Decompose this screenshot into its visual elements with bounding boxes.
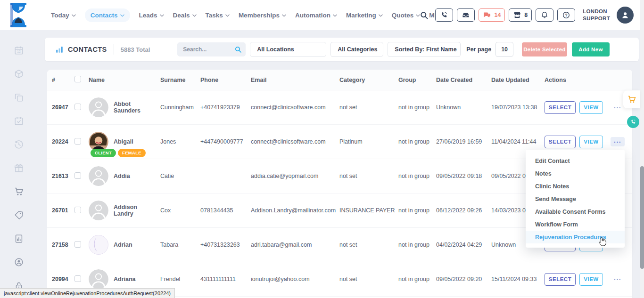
sidebar-item-calendar-check[interactable] [14, 116, 24, 126]
svg-text:12: 12 [17, 50, 21, 53]
sidebar-item-report[interactable] [14, 234, 24, 244]
menu-item-available-consent-forms[interactable]: Available Consent Forms [526, 205, 625, 218]
nav-item-leads[interactable]: Leads [139, 12, 164, 19]
sidebar-item-user-badge[interactable] [14, 257, 24, 267]
search-icon[interactable] [420, 11, 429, 20]
chevron-down-icon [160, 14, 164, 17]
phone-cell: +40741923379 [200, 104, 251, 111]
more-actions-button[interactable]: ... [611, 274, 625, 284]
email-cell: connect@clinicsoftware.com [251, 104, 339, 111]
nav-item-marketing[interactable]: Marketing [346, 12, 383, 19]
menu-item-send-message[interactable]: Send Message [526, 193, 625, 205]
sidebar-item-tag[interactable] [14, 210, 24, 220]
date-updated-cell: 15/11/2024 09:33 [491, 276, 545, 282]
more-actions-button[interactable]: ... [611, 103, 625, 112]
group-cell: not in group [398, 138, 436, 145]
cart-float-button[interactable] [623, 90, 640, 108]
date-created-cell: 09/05/2022 09:20 [436, 276, 491, 282]
select-button[interactable]: SELECT [545, 101, 576, 114]
select-all-checkbox[interactable] [74, 76, 81, 82]
search-submit-icon[interactable] [234, 46, 242, 53]
scrollbar-thumb[interactable] [640, 166, 644, 269]
date-created-cell: Unknown [436, 104, 491, 111]
category-cell: not set [339, 242, 398, 248]
menu-item-workflow-form[interactable]: Workflow Form [526, 218, 625, 231]
nav-item-quotes[interactable]: Quotes [392, 12, 421, 19]
chevron-down-icon [225, 14, 230, 17]
menu-item-notes[interactable]: Notes [526, 167, 625, 180]
surname-cell: Cox [160, 207, 200, 214]
bell-button[interactable] [536, 8, 553, 22]
category-cell: not set [339, 276, 398, 282]
contact-name[interactable]: Adriana [114, 276, 136, 282]
categories-filter[interactable]: All Categories [330, 42, 383, 57]
sidebar-item-cart[interactable] [14, 186, 24, 197]
sidebar-item-calendar[interactable]: 12 [14, 45, 24, 56]
avatar [89, 235, 108, 255]
store-button[interactable]: 8 [509, 8, 532, 22]
col-header-date-updated: Date Updated [491, 77, 545, 83]
delete-selected-button[interactable]: Delete Selected [522, 42, 567, 56]
row-checkbox[interactable] [74, 172, 81, 179]
account-label: LONDON SUPPORT [583, 8, 610, 22]
locations-filter[interactable]: All Locations [250, 42, 326, 57]
menu-item-rejuvenation-procedures[interactable]: Rejuvenation Procedures [526, 231, 625, 243]
nav-item-today[interactable]: Today [51, 12, 76, 19]
contact-name[interactable]: Abigail [114, 138, 133, 145]
inbox-button[interactable] [457, 8, 475, 22]
row-checkbox[interactable] [74, 104, 81, 110]
view-button[interactable]: VIEW [579, 101, 603, 114]
sidebar-item-copy[interactable] [14, 92, 24, 103]
view-button[interactable]: VIEW [579, 136, 603, 148]
actions-cell: SELECTVIEW... [545, 101, 627, 114]
nav-item-tasks[interactable]: Tasks [206, 12, 230, 19]
col-header-category: Category [339, 77, 398, 83]
row-checkbox[interactable] [74, 241, 81, 248]
nav-item-memberships[interactable]: Memberships [239, 12, 286, 19]
row-checkbox[interactable] [74, 275, 81, 282]
contact-name[interactable]: Addison Landry [114, 204, 157, 217]
sidebar-item-history[interactable] [14, 139, 24, 150]
row-checkbox[interactable] [74, 138, 81, 145]
nav-item-contacts[interactable]: Contacts [85, 8, 130, 22]
sidebar-item-package[interactable] [14, 69, 24, 79]
col-header-id: # [52, 77, 74, 83]
nav-item-label: Today [51, 12, 69, 19]
cart-icon [14, 186, 24, 197]
contact-name[interactable]: Adrian [114, 242, 132, 248]
menu-item-edit-contact[interactable]: Edit Contact [526, 154, 625, 167]
name-cell: Abbot Saunders [89, 90, 160, 124]
row-checkbox[interactable] [74, 207, 81, 213]
report-icon [14, 234, 24, 244]
col-header-date-created: Date Created [436, 77, 491, 83]
help-button[interactable]: ? [557, 8, 575, 22]
select-button[interactable]: SELECT [545, 136, 576, 148]
user-avatar[interactable] [617, 7, 634, 24]
more-actions-button[interactable]: ... [611, 137, 625, 146]
sort-filter[interactable]: Sorted By: First Name [388, 42, 461, 57]
select-button[interactable]: SELECT [545, 273, 576, 286]
sidebar-item-gift[interactable] [14, 163, 24, 173]
nav-item-label: Leads [139, 12, 157, 19]
row-id: 26947 [52, 104, 74, 111]
select-all-cell [74, 76, 89, 84]
col-header-phone: Phone [200, 77, 251, 83]
date-updated-cell: 11/04/2024 11:44 [491, 138, 545, 145]
contact-name[interactable]: Abbot Saunders [114, 101, 157, 114]
app-logo-icon[interactable] [7, 2, 31, 28]
add-new-button[interactable]: Add New [572, 42, 610, 56]
actions-cell: SELECTVIEW... [545, 273, 627, 286]
nav-item-label: Deals [173, 12, 190, 19]
phone-float-button[interactable] [627, 116, 639, 128]
chat-button[interactable]: 14 [479, 8, 505, 22]
menu-item-clinic-notes[interactable]: Clinic Notes [526, 180, 625, 193]
contact-name[interactable]: Addia [114, 173, 130, 179]
nav-item-deals[interactable]: Deals [173, 12, 197, 19]
view-button[interactable]: VIEW [579, 273, 603, 286]
phone-button[interactable] [435, 8, 453, 22]
phone-cell: 431111111111 [200, 276, 251, 282]
nav-item-automation[interactable]: Automation [295, 12, 337, 19]
date-created-cell: 04/02/2024 04:29 [436, 242, 491, 248]
col-header-group: Group [398, 77, 436, 83]
per-page-input[interactable] [495, 42, 513, 57]
